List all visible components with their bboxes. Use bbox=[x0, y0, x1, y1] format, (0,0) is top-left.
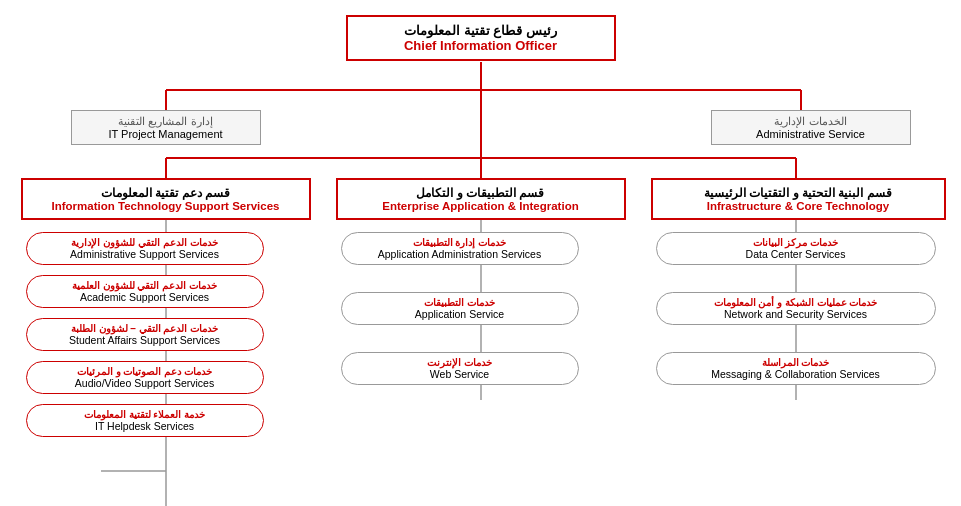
col1-child-2: خدمات الدعم التقي للشؤون العلمية Academi… bbox=[26, 275, 264, 308]
col3-child3-arabic: خدمات المراسلة bbox=[667, 357, 925, 368]
root-node: رئيس قطاع تقتية المعلومات Chief Informat… bbox=[346, 15, 616, 61]
col2-header-arabic: قسم التطبيقات و التكامل bbox=[346, 186, 616, 200]
col1-header-arabic: قسم دعم تقتية المعلومات bbox=[31, 186, 301, 200]
col3-child-3: خدمات المراسلة Messaging & Collaboration… bbox=[656, 352, 936, 385]
col1-header: قسم دعم تقتية المعلومات Information Tech… bbox=[21, 178, 311, 220]
it-project-mgmt-node: إدارة المشاريع التقنية IT Project Manage… bbox=[71, 110, 261, 145]
org-chart: رئيس قطاع تقتية المعلومات Chief Informat… bbox=[11, 10, 951, 480]
col3-child-2: خدمات عمليات الشبكة و أمن المعلومات Netw… bbox=[656, 292, 936, 325]
col1-child2-arabic: خدمات الدعم التقي للشؤون العلمية bbox=[37, 280, 253, 291]
col2-header-english: Enterprise Application & Integration bbox=[346, 200, 616, 212]
col3-child3-english: Messaging & Collaboration Services bbox=[667, 368, 925, 380]
root-english: Chief Information Officer bbox=[363, 38, 599, 53]
col3-child2-arabic: خدمات عمليات الشبكة و أمن المعلومات bbox=[667, 297, 925, 308]
col1-child1-arabic: خدمات الدعم التقي للشؤون الإدارية bbox=[37, 237, 253, 248]
it-project-arabic: إدارة المشاريع التقنية bbox=[80, 115, 252, 128]
col3-child-1: خدمات مركز البيانات Data Center Services bbox=[656, 232, 936, 265]
col2-header: قسم التطبيقات و التكامل Enterprise Appli… bbox=[336, 178, 626, 220]
col2-child1-english: Application Administration Services bbox=[352, 248, 568, 260]
col1-child-3: خدمات الدعم التقي – لشؤون الطلبة Student… bbox=[26, 318, 264, 351]
col2-child-1: خدمات إدارة التطبيقات Application Admini… bbox=[341, 232, 579, 265]
col1-child5-arabic: خدمة العملاء لتقتية المعلومات bbox=[37, 409, 253, 420]
it-project-english: IT Project Management bbox=[80, 128, 252, 140]
admin-service-english: Administrative Service bbox=[720, 128, 902, 140]
col2-child-2: خدمات التطبيقات Application Service bbox=[341, 292, 579, 325]
col3-header-arabic: قسم البنية التحتية و التقتيات الرئيسية bbox=[661, 186, 936, 200]
col1-child2-english: Academic Support Services bbox=[37, 291, 253, 303]
col1-header-english: Information Technology Support Services bbox=[31, 200, 301, 212]
col3-child1-english: Data Center Services bbox=[667, 248, 925, 260]
col1-child3-english: Student Affairs Support Services bbox=[37, 334, 253, 346]
col2-child2-arabic: خدمات التطبيقات bbox=[352, 297, 568, 308]
admin-service-arabic: الخدمات الإدارية bbox=[720, 115, 902, 128]
col1-child-1: خدمات الدعم التقي للشؤون الإدارية Admini… bbox=[26, 232, 264, 265]
col1-child4-english: Audio/Video Support Services bbox=[37, 377, 253, 389]
col3-header-english: Infrastructure & Core Technology bbox=[661, 200, 936, 212]
col1-child-5: خدمة العملاء لتقتية المعلومات IT Helpdes… bbox=[26, 404, 264, 437]
col2-child2-english: Application Service bbox=[352, 308, 568, 320]
col1-child-4: خدمات دعم الصوتيات و المرئيات Audio/Vide… bbox=[26, 361, 264, 394]
col2-child1-arabic: خدمات إدارة التطبيقات bbox=[352, 237, 568, 248]
col1-child1-english: Administrative Support Services bbox=[37, 248, 253, 260]
col1-child4-arabic: خدمات دعم الصوتيات و المرئيات bbox=[37, 366, 253, 377]
col3-child1-arabic: خدمات مركز البيانات bbox=[667, 237, 925, 248]
col2-child-3: خدمات الإنترنت Web Service bbox=[341, 352, 579, 385]
col1-child5-english: IT Helpdesk Services bbox=[37, 420, 253, 432]
col2-child3-english: Web Service bbox=[352, 368, 568, 380]
col2-child3-arabic: خدمات الإنترنت bbox=[352, 357, 568, 368]
col1-child3-arabic: خدمات الدعم التقي – لشؤون الطلبة bbox=[37, 323, 253, 334]
root-arabic: رئيس قطاع تقتية المعلومات bbox=[363, 23, 599, 38]
col3-header: قسم البنية التحتية و التقتيات الرئيسية I… bbox=[651, 178, 946, 220]
col3-child2-english: Network and Security Services bbox=[667, 308, 925, 320]
admin-service-node: الخدمات الإدارية Administrative Service bbox=[711, 110, 911, 145]
